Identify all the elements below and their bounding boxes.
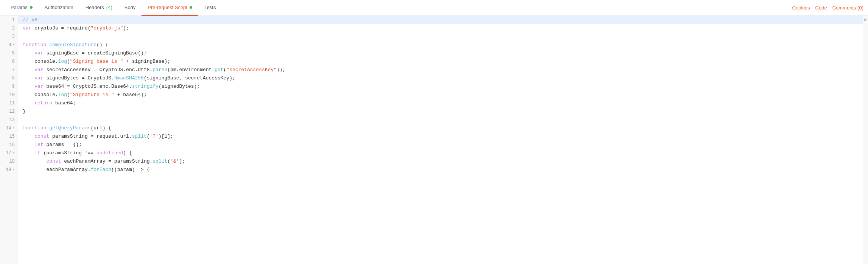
- tab-bar: Params Authorization Headers (4) Body Pr…: [0, 0, 868, 16]
- code-line-11: return base64;: [18, 99, 863, 107]
- params-dot: [30, 6, 33, 9]
- code-link[interactable]: Code: [815, 5, 827, 11]
- fold-arrow-14[interactable]: ▾: [13, 124, 15, 132]
- cookies-link[interactable]: Cookies: [792, 5, 810, 11]
- line-number-13: 13: [3, 116, 15, 124]
- tab-authorization[interactable]: Authorization: [39, 0, 79, 16]
- line-number-14: 14▾: [3, 124, 15, 132]
- tab-pre-request-label: Pre-request Script: [148, 5, 187, 10]
- line-number-19: 19▾: [3, 166, 15, 174]
- tab-params-label: Params: [11, 5, 28, 10]
- code-line-13: [18, 116, 863, 124]
- line-number-2: 2: [3, 24, 15, 33]
- scroll-arrow[interactable]: ▶: [864, 17, 867, 22]
- code-line-7: var secretAccessKey = CryptoJS.enc.Utf8.…: [18, 66, 863, 74]
- line-number-10: 10: [3, 91, 15, 99]
- line-number-9: 9: [3, 82, 15, 91]
- line-number-8: 8: [3, 74, 15, 82]
- line-number-5: 5: [3, 49, 15, 57]
- tabs-left: Params Authorization Headers (4) Body Pr…: [5, 0, 792, 16]
- code-line-8: var signedBytes = CryptoJS.HmacSHA256(si…: [18, 74, 863, 82]
- editor-container: 1234▾567891011121314▾151617▾1819▾ // v8v…: [0, 16, 868, 264]
- comments-link[interactable]: Comments (0): [832, 5, 863, 11]
- line-number-17: 17▾: [3, 149, 15, 157]
- line-number-3: 3: [3, 33, 15, 41]
- line-number-16: 16: [3, 141, 15, 149]
- code-line-9: var base64 = CryptoJS.enc.Base64.stringi…: [18, 82, 863, 91]
- line-number-12: 12: [3, 107, 15, 116]
- tab-headers-label: Headers: [86, 5, 104, 10]
- headers-badge: (4): [106, 5, 112, 10]
- code-line-1: // v8: [18, 16, 863, 24]
- code-line-12: }: [18, 107, 863, 116]
- line-number-18: 18: [3, 157, 15, 166]
- tab-params[interactable]: Params: [5, 0, 39, 16]
- tab-headers[interactable]: Headers (4): [79, 0, 118, 16]
- tab-body-label: Body: [124, 5, 136, 10]
- line-number-4: 4▾: [3, 41, 15, 49]
- code-line-19: eachParamArray.forEach((param) => {: [18, 166, 863, 174]
- code-line-5: var signingBase = createSigningBase();: [18, 49, 863, 57]
- tab-pre-request-script[interactable]: Pre-request Script: [142, 0, 198, 16]
- tab-body[interactable]: Body: [118, 0, 142, 16]
- tab-tests[interactable]: Tests: [198, 0, 222, 16]
- code-line-14: function getQueryParams(url) {: [18, 124, 863, 132]
- code-line-16: let params = {};: [18, 141, 863, 149]
- line-number-1: 1: [3, 16, 15, 24]
- code-line-3: [18, 33, 863, 41]
- code-line-4: function computeSignature() {: [18, 41, 863, 49]
- fold-arrow-17[interactable]: ▾: [13, 149, 15, 157]
- code-line-10: console.log("Signature is " + base64);: [18, 91, 863, 99]
- line-number-15: 15: [3, 132, 15, 141]
- tab-tests-label: Tests: [204, 5, 216, 10]
- fold-arrow-4[interactable]: ▾: [13, 41, 15, 49]
- tabs-right: Cookies Code Comments (0): [792, 5, 863, 11]
- code-editor[interactable]: // v8var cryptoJs = require("crypto-js")…: [18, 16, 863, 264]
- line-numbers: 1234▾567891011121314▾151617▾1819▾: [0, 16, 18, 264]
- code-line-15: const paramsString = request.url.split('…: [18, 132, 863, 141]
- code-line-18: const eachParamArray = paramsString.spli…: [18, 157, 863, 166]
- tab-authorization-label: Authorization: [45, 5, 73, 10]
- scrollbar[interactable]: ▶: [863, 16, 868, 264]
- code-line-17: if (paramsString !== undefined) {: [18, 149, 863, 157]
- fold-arrow-19[interactable]: ▾: [13, 166, 15, 174]
- code-line-6: console.log("Signing base is " + signing…: [18, 57, 863, 66]
- line-number-11: 11: [3, 99, 15, 107]
- code-line-2: var cryptoJs = require("crypto-js");: [18, 24, 863, 33]
- pre-request-dot: [190, 6, 192, 9]
- line-number-7: 7: [3, 66, 15, 74]
- line-number-6: 6: [3, 57, 15, 66]
